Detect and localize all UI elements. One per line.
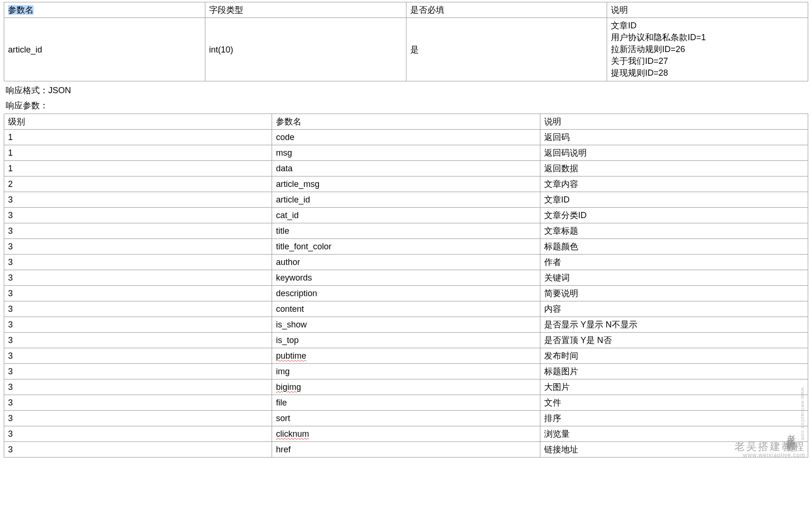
- table-row: 3description简要说明: [4, 286, 808, 301]
- table-row: 3cat_id文章分类ID: [4, 208, 808, 223]
- table-row: 3sort排序: [4, 411, 808, 426]
- cell-level: 1: [4, 161, 272, 176]
- cell-name: data: [272, 161, 540, 176]
- cell-name: description: [272, 286, 540, 301]
- cell-level: 3: [4, 348, 272, 364]
- col-header-type: 字段类型: [205, 2, 406, 18]
- table-row: 1msg返回码说明: [4, 145, 808, 161]
- cell-desc: 大图片: [540, 379, 808, 395]
- response-params-table: 级别 参数名 说明 1code返回码1msg返回码说明1data返回数据2art…: [4, 114, 808, 458]
- cell-level: 3: [4, 333, 272, 348]
- table-row: 2article_msg文章内容: [4, 176, 808, 192]
- table-row: 3pubtime发布时间: [4, 348, 808, 364]
- table-header-row: 参数名 字段类型 是否必填 说明: [4, 2, 808, 18]
- cell-name: sort: [272, 411, 540, 426]
- cell-level: 3: [4, 192, 272, 208]
- cell-desc: 排序: [540, 411, 808, 426]
- cell-level: 1: [4, 145, 272, 161]
- cell-param-name: article_id: [4, 18, 205, 81]
- cell-desc: 内容: [540, 301, 808, 317]
- cell-desc: 文章内容: [540, 176, 808, 192]
- table-row: 3clicknum浏览量: [4, 426, 808, 442]
- table-row: 3author作者: [4, 255, 808, 270]
- cell-name: cat_id: [272, 208, 540, 223]
- cell-level: 3: [4, 317, 272, 333]
- cell-name: file: [272, 395, 540, 411]
- col-header-level: 级别: [4, 114, 272, 130]
- col-header-desc: 说明: [540, 114, 808, 130]
- cell-desc: 浏览量: [540, 426, 808, 442]
- col-header-required: 是否必填: [406, 2, 607, 18]
- cell-name: article_msg: [272, 176, 540, 192]
- cell-desc: 链接地址: [540, 442, 808, 458]
- table-row: 3bigimg大图片: [4, 379, 808, 395]
- cell-name: keywords: [272, 270, 540, 286]
- cell-level: 3: [4, 364, 272, 379]
- table-row: 3is_top是否置顶 Y是 N否: [4, 333, 808, 348]
- cell-level: 3: [4, 395, 272, 411]
- cell-desc: 简要说明: [540, 286, 808, 301]
- cell-desc: 返回数据: [540, 161, 808, 176]
- cell-level: 2: [4, 176, 272, 192]
- cell-level: 3: [4, 255, 272, 270]
- cell-name: clicknum: [272, 426, 540, 442]
- cell-name: title_font_color: [272, 239, 540, 255]
- cell-desc: 文章分类ID: [540, 208, 808, 223]
- cell-desc: 返回码: [540, 130, 808, 145]
- cell-name: msg: [272, 145, 540, 161]
- request-params-table: 参数名 字段类型 是否必填 说明 article_id int(10) 是 文章…: [4, 2, 808, 81]
- cell-desc: 是否显示 Y显示 N不显示: [540, 317, 808, 333]
- col-header-desc: 说明: [607, 2, 808, 18]
- response-format-line: 响应格式：JSON: [6, 84, 806, 97]
- cell-desc: 发布时间: [540, 348, 808, 364]
- cell-name: href: [272, 442, 540, 458]
- table-row: 1data返回数据: [4, 161, 808, 176]
- cell-name: bigimg: [272, 379, 540, 395]
- cell-desc: 是否置顶 Y是 N否: [540, 333, 808, 348]
- cell-desc: 作者: [540, 255, 808, 270]
- cell-name: content: [272, 301, 540, 317]
- col-header-name: 参数名: [272, 114, 540, 130]
- table-row: 3title文章标题: [4, 223, 808, 239]
- col-header-name: 参数名: [4, 2, 205, 18]
- table-header-row: 级别 参数名 说明: [4, 114, 808, 130]
- table-row: 3article_id文章ID: [4, 192, 808, 208]
- response-params-label: 响应参数：: [6, 99, 806, 112]
- cell-level: 3: [4, 442, 272, 458]
- cell-desc: 文件: [540, 395, 808, 411]
- cell-desc: 返回码说明: [540, 145, 808, 161]
- cell-level: 3: [4, 379, 272, 395]
- table-row: 3keywords关键词: [4, 270, 808, 286]
- cell-level: 3: [4, 239, 272, 255]
- cell-name: article_id: [272, 192, 540, 208]
- cell-desc: 关键词: [540, 270, 808, 286]
- cell-level: 3: [4, 301, 272, 317]
- table-row: article_id int(10) 是 文章ID用户协议和隐私条款ID=1拉新…: [4, 18, 808, 81]
- response-format-label: 响应格式：: [6, 86, 48, 95]
- response-format-value: JSON: [48, 86, 71, 95]
- cell-name: title: [272, 223, 540, 239]
- cell-desc: 标题颜色: [540, 239, 808, 255]
- cell-desc: 文章标题: [540, 223, 808, 239]
- cell-name: code: [272, 130, 540, 145]
- cell-name: author: [272, 255, 540, 270]
- cell-param-type: int(10): [205, 18, 406, 81]
- table-row: 3title_font_color标题颜色: [4, 239, 808, 255]
- cell-level: 3: [4, 270, 272, 286]
- cell-level: 3: [4, 223, 272, 239]
- cell-level: 1: [4, 130, 272, 145]
- cell-desc: 文章ID: [540, 192, 808, 208]
- cell-level: 3: [4, 411, 272, 426]
- cell-name: img: [272, 364, 540, 379]
- cell-param-required: 是: [406, 18, 607, 81]
- table-row: 1code返回码: [4, 130, 808, 145]
- cell-name: is_show: [272, 317, 540, 333]
- table-row: 3is_show是否显示 Y显示 N不显示: [4, 317, 808, 333]
- cell-param-desc: 文章ID用户协议和隐私条款ID=1拉新活动规则ID=26关于我们ID=27提现规…: [607, 18, 808, 81]
- cell-name: is_top: [272, 333, 540, 348]
- cell-level: 3: [4, 208, 272, 223]
- cell-desc: 标题图片: [540, 364, 808, 379]
- table-row: 3file文件: [4, 395, 808, 411]
- cell-level: 3: [4, 426, 272, 442]
- cell-name: pubtime: [272, 348, 540, 364]
